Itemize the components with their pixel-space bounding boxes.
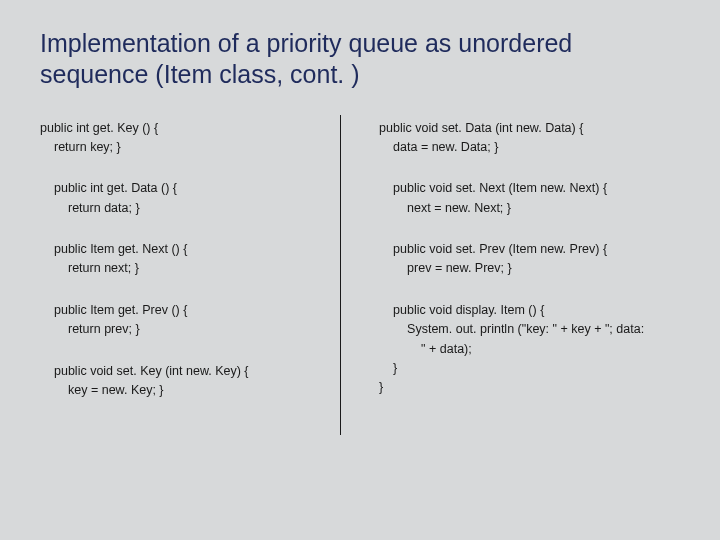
- code-line: next = new. Next; }: [393, 199, 680, 218]
- code-line: public void display. Item () {: [393, 301, 680, 320]
- code-line: return prev; }: [54, 320, 322, 339]
- code-line: public void set. Data (int new. Data) {: [379, 119, 680, 138]
- code-line: return key; }: [40, 138, 322, 157]
- code-block: public void display. Item () { System. o…: [379, 301, 680, 398]
- code-line: data = new. Data; }: [379, 138, 680, 157]
- code-line: " + data);: [393, 340, 680, 359]
- code-block: public void set. Next (Item new. Next) {…: [379, 179, 680, 218]
- right-column: public void set. Data (int new. Data) { …: [341, 119, 680, 420]
- code-line: public Item get. Next () {: [54, 240, 322, 259]
- slide-title: Implementation of a priority queue as un…: [40, 28, 680, 91]
- code-line: public void set. Next (Item new. Next) {: [393, 179, 680, 198]
- code-line: }: [393, 359, 680, 378]
- columns: public int get. Key () { return key; } p…: [40, 119, 680, 435]
- code-line: public void set. Key (int new. Key) {: [54, 362, 322, 381]
- code-block: public void set. Data (int new. Data) { …: [379, 119, 680, 158]
- code-line: prev = new. Prev; }: [393, 259, 680, 278]
- code-block: public int get. Key () { return key; }: [40, 119, 322, 158]
- code-line: return next; }: [54, 259, 322, 278]
- code-line: key = new. Key; }: [54, 381, 322, 400]
- code-block: public Item get. Next () { return next; …: [40, 240, 322, 279]
- code-line: return data; }: [54, 199, 322, 218]
- code-line: public Item get. Prev () {: [54, 301, 322, 320]
- code-line: public int get. Data () {: [54, 179, 322, 198]
- code-line: public int get. Key () {: [40, 119, 322, 138]
- code-block: public void set. Key (int new. Key) { ke…: [40, 362, 322, 401]
- slide: Implementation of a priority queue as un…: [0, 0, 720, 540]
- code-block: public Item get. Prev () { return prev; …: [40, 301, 322, 340]
- code-block: public void set. Prev (Item new. Prev) {…: [379, 240, 680, 279]
- code-block: public int get. Data () { return data; }: [40, 179, 322, 218]
- code-line: }: [379, 378, 680, 397]
- code-line: public void set. Prev (Item new. Prev) {: [393, 240, 680, 259]
- code-line: System. out. println ("key: " + key + ";…: [393, 320, 680, 339]
- left-column: public int get. Key () { return key; } p…: [40, 119, 340, 423]
